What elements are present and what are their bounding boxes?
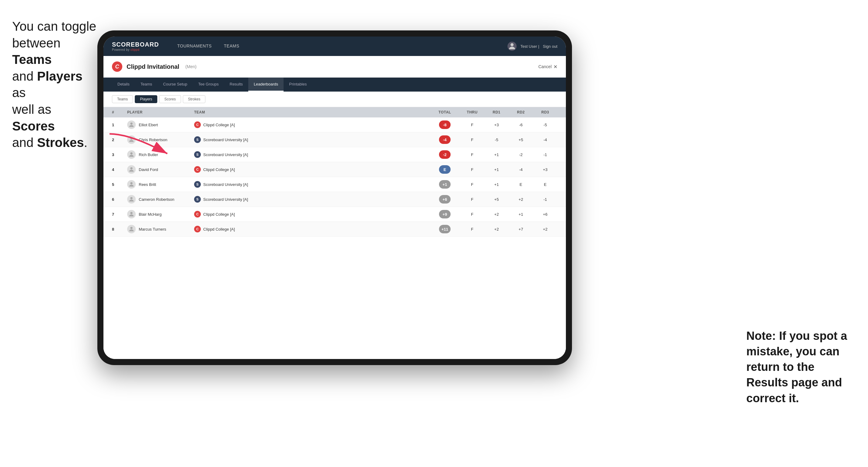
col-header-rd1: RD1 <box>484 110 509 115</box>
col-header-rd3: RD3 <box>533 110 557 115</box>
tab-printables[interactable]: Printables <box>284 77 312 92</box>
table-row[interactable]: 1 Elliot Ebert C Clippd College [A] -8F+… <box>103 118 566 132</box>
score-badge: +11 <box>439 225 451 234</box>
svg-point-3 <box>130 137 132 139</box>
table-row[interactable]: 5 Rees Britt S Scoreboard University [A]… <box>103 177 566 192</box>
svg-point-6 <box>130 182 132 184</box>
tab-course-setup[interactable]: Course Setup <box>158 77 193 92</box>
table-row[interactable]: 7 Blair McHarg C Clippd College [A] +9F+… <box>103 207 566 222</box>
team-cell: C Clippd College [A] <box>194 166 430 173</box>
cell-rd1: +1 <box>484 167 509 172</box>
cell-thru: F <box>460 123 484 127</box>
cell-pos: 2 <box>112 137 127 142</box>
player-cell: David Ford <box>127 165 194 174</box>
cell-total: -2 <box>430 150 460 159</box>
leaderboard-content: Teams Players Scores Strokes # PLAYER TE… <box>103 92 566 359</box>
player-avatar <box>127 225 136 234</box>
logo-text: SCOREBOARD <box>112 41 159 48</box>
cell-rd2: -4 <box>509 167 533 172</box>
cancel-button[interactable]: Cancel ✕ <box>538 64 557 70</box>
nav-right: Test User | Sign out <box>507 42 557 51</box>
tournament-gender: (Men) <box>185 64 196 69</box>
table-row[interactable]: 8 Marcus Turners C Clippd College [A] +1… <box>103 222 566 237</box>
toggle-strokes-button[interactable]: Strokes <box>183 95 206 103</box>
svg-point-2 <box>130 123 132 125</box>
col-header-player: PLAYER <box>127 110 194 115</box>
player-cell: Cameron Robertson <box>127 195 194 204</box>
table-row[interactable]: 3 Rich Butler S Scoreboard University [A… <box>103 147 566 162</box>
player-cell: Marcus Turners <box>127 225 194 234</box>
player-avatar <box>127 121 136 129</box>
nav-teams[interactable]: TEAMS <box>218 36 246 56</box>
player-cell: Blair McHarg <box>127 210 194 218</box>
player-cell: Rich Butler <box>127 150 194 159</box>
team-name: Clippd College [A] <box>203 212 235 217</box>
player-avatar <box>127 135 136 144</box>
team-name: Clippd College [A] <box>203 167 235 172</box>
cell-thru: F <box>460 227 484 231</box>
cell-rd3: +6 <box>533 212 557 217</box>
player-avatar <box>127 210 136 218</box>
cell-rd2: -6 <box>509 123 533 127</box>
svg-point-8 <box>130 212 132 214</box>
toggle-players-button[interactable]: Players <box>135 95 157 103</box>
cell-thru: F <box>460 167 484 172</box>
table-row[interactable]: 6 Cameron Robertson S Scoreboard Univers… <box>103 192 566 207</box>
team-cell: S Scoreboard University [A] <box>194 181 430 188</box>
cell-total: +11 <box>430 225 460 234</box>
cell-thru: F <box>460 182 484 187</box>
cell-rd3: -5 <box>533 123 557 127</box>
tab-results[interactable]: Results <box>224 77 248 92</box>
nav-tournaments[interactable]: TOURNAMENTS <box>171 36 218 56</box>
table-row[interactable]: 2 Chris Robertson S Scoreboard Universit… <box>103 132 566 147</box>
cell-rd1: +1 <box>484 152 509 157</box>
cell-rd3: E <box>533 182 557 187</box>
col-header-thru: THRU <box>460 110 484 115</box>
cell-rd1: +3 <box>484 123 509 127</box>
logo-area: SCOREBOARD Powered by clippd <box>112 41 159 52</box>
tab-leaderboards[interactable]: Leaderboards <box>248 77 284 92</box>
col-header-team: TEAM <box>194 110 430 115</box>
tab-tee-groups[interactable]: Tee Groups <box>193 77 224 92</box>
player-avatar <box>127 165 136 174</box>
leaderboard-table: # PLAYER TEAM TOTAL THRU RD1 RD2 RD3 1 E… <box>103 107 566 359</box>
toggle-scores-button[interactable]: Scores <box>159 95 181 103</box>
top-nav: SCOREBOARD Powered by clippd TOURNAMENTS… <box>103 36 566 56</box>
player-cell: Chris Robertson <box>127 135 194 144</box>
cell-total: +1 <box>430 180 460 189</box>
team-cell: S Scoreboard University [A] <box>194 151 430 158</box>
table-row[interactable]: 4 David Ford C Clippd College [A] EF+1-4… <box>103 162 566 177</box>
team-name: Scoreboard University [A] <box>203 137 248 142</box>
score-badge: E <box>439 165 451 174</box>
team-cell: C Clippd College [A] <box>194 226 430 232</box>
cell-rd2: +5 <box>509 137 533 142</box>
nav-user-label: Test User | <box>520 44 539 49</box>
tournament-title-row: C Clippd Invitational (Men) <box>112 61 196 72</box>
cell-pos: 4 <box>112 167 127 172</box>
tab-details[interactable]: Details <box>112 77 135 92</box>
cell-pos: 7 <box>112 212 127 217</box>
svg-point-7 <box>130 197 132 199</box>
team-logo: C <box>194 226 201 232</box>
team-name: Scoreboard University [A] <box>203 152 248 157</box>
cell-rd2: +2 <box>509 197 533 202</box>
nav-signout-button[interactable]: Sign out <box>543 44 557 49</box>
left-annotation: You can toggle between Teams and Players… <box>12 18 97 151</box>
player-name: David Ford <box>139 167 158 172</box>
tablet-screen: SCOREBOARD Powered by clippd TOURNAMENTS… <box>103 36 566 359</box>
svg-point-1 <box>510 43 514 46</box>
tournament-name: Clippd Invitational <box>127 63 179 70</box>
player-name: Rich Butler <box>139 152 158 157</box>
toggle-teams-button[interactable]: Teams <box>112 95 133 103</box>
team-cell: S Scoreboard University [A] <box>194 136 430 143</box>
team-logo: S <box>194 196 201 203</box>
team-cell: C Clippd College [A] <box>194 211 430 218</box>
cell-thru: F <box>460 197 484 202</box>
svg-point-5 <box>130 167 132 169</box>
tab-teams[interactable]: Teams <box>135 77 158 92</box>
score-badge: -4 <box>439 135 451 144</box>
team-logo: C <box>194 121 201 128</box>
cell-thru: F <box>460 137 484 142</box>
player-name: Marcus Turners <box>139 227 166 231</box>
team-name: Clippd College [A] <box>203 227 235 231</box>
